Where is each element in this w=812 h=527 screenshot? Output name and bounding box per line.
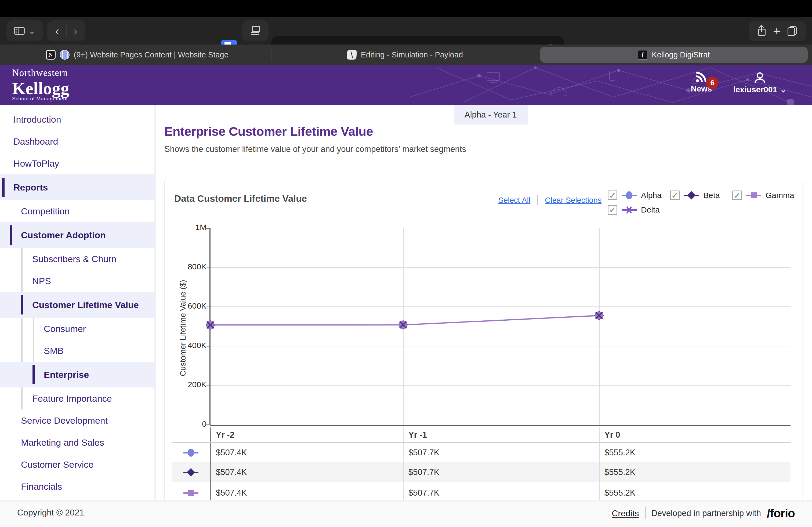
rss-icon (695, 72, 707, 82)
value-cell: $507.4K (210, 462, 403, 482)
kellogg-logo[interactable]: Northwestern Kellogg School of Managemen… (12, 67, 69, 102)
browser-tab-1[interactable]: N(9+) Website Pages Content | Website St… (3, 45, 271, 65)
series-marker-cell (172, 462, 210, 482)
tab-overview-icon[interactable] (787, 26, 797, 36)
value-cell: $507.4K (210, 482, 403, 500)
sidebar-item-customer-adoption[interactable]: Customer Adoption (0, 222, 156, 248)
legend-checkbox-beta[interactable]: ✓ (670, 191, 680, 200)
legend-item-gamma: ✓Gamma (732, 191, 795, 200)
partnership-text: Developed in partnership with (651, 509, 761, 518)
forio-tab-icon: / (638, 50, 648, 60)
news-badge: 6 (706, 77, 719, 89)
sidebar-item-customer-service[interactable]: Customer Service (0, 453, 156, 476)
legend-checkbox-alpha[interactable]: ✓ (608, 191, 617, 200)
card-title: Data Customer Lifetime Value (174, 193, 307, 204)
sidebar-item-smb[interactable]: SMB (0, 340, 156, 362)
sidebar-item-label: Enterprise (44, 370, 89, 380)
sidebar-item-label: NPS (32, 276, 51, 286)
sidebar-item-label: Reports (13, 182, 48, 193)
legend-item-beta: ✓Beta (670, 191, 732, 200)
notion-icon: N (46, 50, 56, 60)
share-icon[interactable] (758, 26, 766, 36)
select-all-link[interactable]: Select All (498, 196, 530, 205)
value-cell: $555.2K (599, 462, 791, 482)
legend-checkbox-gamma[interactable]: ✓ (732, 191, 742, 200)
y-tick-label: 1M (170, 223, 206, 232)
chart-legend: ✓Alpha✓Beta✓Gamma✓Delta (608, 191, 796, 220)
user-icon (754, 72, 766, 83)
column-header: Yr -1 (403, 427, 599, 442)
diamond-marker-icon (184, 467, 199, 477)
active-indicator (32, 365, 35, 385)
user-menu[interactable]: lexiuser001⌄ (733, 72, 787, 94)
series-marker-cell (172, 482, 210, 500)
credits-link[interactable]: Credits (612, 509, 639, 518)
logo-northwestern: Northwestern (12, 67, 68, 80)
new-tab-button[interactable]: + (773, 26, 781, 36)
browser-toolbar: ⌄ ‹ › forio.com ↻ + (0, 17, 812, 45)
sidebar-item-label: Introduction (13, 114, 61, 125)
value-cell: $555.2K (599, 482, 791, 500)
sidebar-item-competition[interactable]: Competition (0, 200, 156, 222)
macos-menubar (0, 0, 812, 17)
tab-strip: N(9+) Website Pages Content | Website St… (0, 45, 812, 65)
asterisk-marker-icon (622, 205, 637, 215)
sidebar-item-label: Feature Importance (32, 393, 112, 404)
legend-item-alpha: ✓Alpha (608, 191, 670, 200)
footer-branding: Credits Developed in partnership with /f… (612, 507, 795, 520)
site-header: Northwestern Kellogg School of Managemen… (0, 65, 812, 105)
chevron-down-icon: ⌄ (28, 26, 35, 36)
column-header: Yr -2 (210, 427, 403, 442)
legend-label: Beta (703, 191, 720, 200)
value-cell: $555.2K (599, 443, 791, 462)
logo-kellogg: Kellogg (12, 80, 69, 97)
screen: ⌄ ‹ › forio.com ↻ + N(9+) Website Pages … (0, 0, 812, 527)
divider (537, 195, 538, 205)
sidebar-item-dashboard[interactable]: Dashboard (0, 131, 156, 152)
browser-tab-3[interactable]: /Kellogg DigiStrat (540, 47, 808, 63)
sidebar-item-marketing-and-sales[interactable]: Marketing and Sales (0, 432, 156, 453)
back-button[interactable]: ‹ (48, 21, 66, 40)
legend-item-delta: ✓Delta (608, 205, 670, 215)
active-indicator (2, 178, 4, 197)
table-row-alpha: $507.4K$507.7K$555.2K (172, 443, 791, 462)
news-button[interactable]: News 6 (685, 72, 717, 93)
ellipse-marker-icon (184, 448, 199, 457)
sidebar-item-nps[interactable]: NPS (0, 270, 156, 292)
y-tick-label: 0 (170, 419, 206, 428)
sidebar-item-howtoplay[interactable]: HowToPlay (0, 152, 156, 175)
value-cell: $507.7K (403, 443, 599, 462)
value-cell: $507.7K (403, 462, 599, 482)
ellipse-marker-icon (622, 191, 637, 200)
table-row-gamma: $507.4K$507.7K$555.2K (172, 482, 791, 500)
sidebar-item-service-development[interactable]: Service Development (0, 409, 156, 432)
sidebar-item-financials[interactable]: Financials (0, 476, 156, 497)
sidebar-item-label: Financials (21, 481, 62, 492)
page-format-button[interactable] (242, 20, 269, 41)
sidebar-item-introduction[interactable]: Introduction (0, 108, 156, 131)
chevron-down-icon: ⌄ (780, 85, 786, 94)
chart-card: Data Customer Lifetime Value Select All … (164, 181, 802, 500)
run-badge: Alpha - Year 1 (454, 105, 528, 124)
series-marker-cell (172, 443, 210, 462)
chart-series-plot (210, 228, 791, 425)
browser-sidebar-button[interactable]: ⌄ (6, 20, 43, 41)
active-indicator (10, 225, 12, 245)
forward-button[interactable]: › (67, 21, 84, 40)
sidebar-item-label: Service Development (21, 416, 108, 426)
x-axis-line (210, 425, 791, 426)
legend-checkbox-delta[interactable]: ✓ (608, 205, 617, 215)
square-marker-icon (746, 191, 761, 200)
page-footer: Copyright © 2021 Credits Developed in pa… (0, 500, 812, 527)
selection-controls: Select All Clear Selections (498, 195, 601, 205)
sidebar-item-label: Customer Service (21, 460, 93, 470)
sidebar-item-reports[interactable]: Reports (0, 175, 156, 200)
sidebar-item-customer-lifetime-value[interactable]: Customer Lifetime Value (0, 292, 156, 318)
sidebar-item-subscribers-churn[interactable]: Subscribers & Churn (0, 248, 156, 270)
sidebar-item-feature-importance[interactable]: Feature Importance (0, 388, 156, 409)
sidebar-item-enterprise[interactable]: Enterprise (0, 362, 156, 388)
page-subtitle: Shows the customer lifetime value of you… (164, 144, 466, 154)
browser-tab-2[interactable]: ⧹Editing - Simulation - Payload (271, 45, 539, 65)
sidebar-item-consumer[interactable]: Consumer (0, 318, 156, 340)
clear-selections-link[interactable]: Clear Selections (545, 196, 601, 205)
